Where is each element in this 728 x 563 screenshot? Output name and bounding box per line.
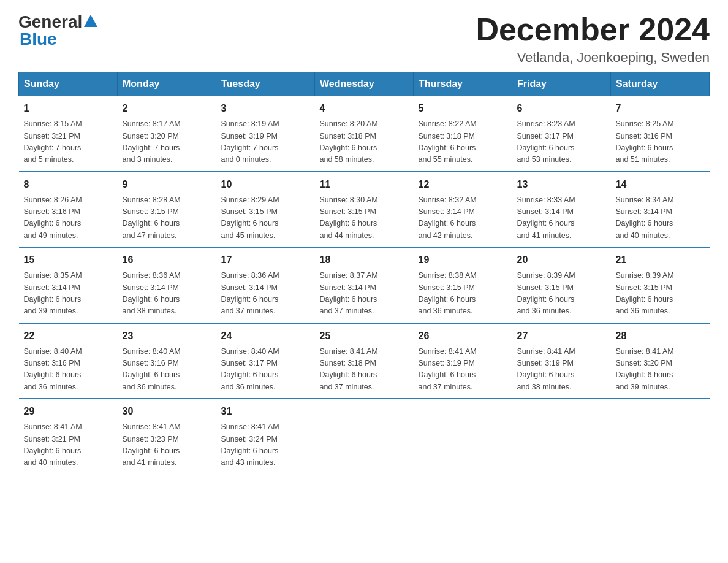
calendar-week-row: 8Sunrise: 8:26 AMSunset: 3:16 PMDaylight… xyxy=(19,172,710,248)
day-info: Sunrise: 8:41 AMSunset: 3:19 PMDaylight:… xyxy=(419,346,507,394)
day-info: Sunrise: 8:20 AMSunset: 3:18 PMDaylight:… xyxy=(320,118,409,166)
day-number: 18 xyxy=(320,253,409,267)
day-number: 8 xyxy=(24,177,113,192)
day-info: Sunrise: 8:41 AMSunset: 3:20 PMDaylight:… xyxy=(616,346,705,394)
calendar-cell: 12Sunrise: 8:32 AMSunset: 3:14 PMDayligh… xyxy=(414,172,512,248)
calendar-cell: 13Sunrise: 8:33 AMSunset: 3:14 PMDayligh… xyxy=(512,172,611,248)
calendar-cell: 2Sunrise: 8:17 AMSunset: 3:20 PMDaylight… xyxy=(118,96,216,172)
calendar-cell: 18Sunrise: 8:37 AMSunset: 3:14 PMDayligh… xyxy=(315,247,414,323)
day-number: 13 xyxy=(517,177,606,192)
day-info: Sunrise: 8:39 AMSunset: 3:15 PMDaylight:… xyxy=(616,270,705,318)
day-info: Sunrise: 8:41 AMSunset: 3:23 PMDaylight:… xyxy=(123,421,211,469)
calendar-header-row: SundayMondayTuesdayWednesdayThursdayFrid… xyxy=(19,72,710,96)
day-info: Sunrise: 8:41 AMSunset: 3:19 PMDaylight:… xyxy=(517,346,606,394)
day-info: Sunrise: 8:25 AMSunset: 3:16 PMDaylight:… xyxy=(616,118,705,166)
day-number: 11 xyxy=(320,177,409,192)
day-number: 24 xyxy=(221,329,310,343)
logo-triangle-icon xyxy=(84,15,97,29)
header-saturday: Saturday xyxy=(611,72,710,96)
calendar-cell: 8Sunrise: 8:26 AMSunset: 3:16 PMDaylight… xyxy=(19,172,118,248)
calendar-cell: 16Sunrise: 8:36 AMSunset: 3:14 PMDayligh… xyxy=(118,247,216,323)
calendar-cell: 14Sunrise: 8:34 AMSunset: 3:14 PMDayligh… xyxy=(611,172,710,248)
day-info: Sunrise: 8:41 AMSunset: 3:18 PMDaylight:… xyxy=(320,346,409,394)
day-info: Sunrise: 8:35 AMSunset: 3:14 PMDaylight:… xyxy=(24,270,113,318)
day-number: 10 xyxy=(221,177,310,192)
calendar-cell: 10Sunrise: 8:29 AMSunset: 3:15 PMDayligh… xyxy=(216,172,315,248)
day-info: Sunrise: 8:32 AMSunset: 3:14 PMDaylight:… xyxy=(419,194,507,242)
day-number: 28 xyxy=(616,329,705,343)
day-info: Sunrise: 8:26 AMSunset: 3:16 PMDaylight:… xyxy=(24,194,113,242)
calendar-cell xyxy=(315,399,414,474)
day-number: 9 xyxy=(123,177,211,192)
calendar-cell: 21Sunrise: 8:39 AMSunset: 3:15 PMDayligh… xyxy=(611,247,710,323)
day-info: Sunrise: 8:40 AMSunset: 3:16 PMDaylight:… xyxy=(123,346,211,394)
calendar-cell: 3Sunrise: 8:19 AMSunset: 3:19 PMDaylight… xyxy=(216,96,315,172)
calendar-cell: 11Sunrise: 8:30 AMSunset: 3:15 PMDayligh… xyxy=(315,172,414,248)
calendar-cell: 7Sunrise: 8:25 AMSunset: 3:16 PMDaylight… xyxy=(611,96,710,172)
day-info: Sunrise: 8:36 AMSunset: 3:14 PMDaylight:… xyxy=(123,270,211,318)
calendar-week-row: 15Sunrise: 8:35 AMSunset: 3:14 PMDayligh… xyxy=(19,247,710,323)
day-info: Sunrise: 8:17 AMSunset: 3:20 PMDaylight:… xyxy=(123,118,211,166)
calendar-table: SundayMondayTuesdayWednesdayThursdayFrid… xyxy=(18,72,710,474)
header-monday: Monday xyxy=(118,72,216,96)
day-number: 4 xyxy=(320,101,409,116)
calendar-cell: 17Sunrise: 8:36 AMSunset: 3:14 PMDayligh… xyxy=(216,247,315,323)
day-number: 20 xyxy=(517,253,606,267)
svg-marker-0 xyxy=(84,15,97,27)
day-number: 19 xyxy=(419,253,507,267)
month-title: December 2024 xyxy=(476,12,710,47)
day-info: Sunrise: 8:15 AMSunset: 3:21 PMDaylight:… xyxy=(24,118,113,166)
day-number: 26 xyxy=(419,329,507,343)
location-title: Vetlanda, Joenkoeping, Sweden xyxy=(476,50,710,66)
calendar-cell: 26Sunrise: 8:41 AMSunset: 3:19 PMDayligh… xyxy=(414,323,512,399)
day-info: Sunrise: 8:30 AMSunset: 3:15 PMDaylight:… xyxy=(320,194,409,242)
header-friday: Friday xyxy=(512,72,611,96)
calendar-cell: 31Sunrise: 8:41 AMSunset: 3:24 PMDayligh… xyxy=(216,399,315,474)
day-info: Sunrise: 8:36 AMSunset: 3:14 PMDaylight:… xyxy=(221,270,310,318)
day-number: 14 xyxy=(616,177,705,192)
day-info: Sunrise: 8:40 AMSunset: 3:17 PMDaylight:… xyxy=(221,346,310,394)
day-number: 21 xyxy=(616,253,705,267)
day-number: 5 xyxy=(419,101,507,116)
calendar-cell: 5Sunrise: 8:22 AMSunset: 3:18 PMDaylight… xyxy=(414,96,512,172)
calendar-cell: 29Sunrise: 8:41 AMSunset: 3:21 PMDayligh… xyxy=(19,399,118,474)
day-number: 17 xyxy=(221,253,310,267)
calendar-cell: 25Sunrise: 8:41 AMSunset: 3:18 PMDayligh… xyxy=(315,323,414,399)
calendar-cell: 30Sunrise: 8:41 AMSunset: 3:23 PMDayligh… xyxy=(118,399,216,474)
logo: General Blue xyxy=(18,12,97,49)
calendar-cell: 20Sunrise: 8:39 AMSunset: 3:15 PMDayligh… xyxy=(512,247,611,323)
day-info: Sunrise: 8:19 AMSunset: 3:19 PMDaylight:… xyxy=(221,118,310,166)
day-number: 7 xyxy=(616,101,705,116)
header-tuesday: Tuesday xyxy=(216,72,315,96)
day-number: 30 xyxy=(123,404,211,419)
day-info: Sunrise: 8:41 AMSunset: 3:24 PMDaylight:… xyxy=(221,421,310,469)
logo-blue-text: Blue xyxy=(20,29,57,48)
header-sunday: Sunday xyxy=(19,72,118,96)
day-number: 22 xyxy=(24,329,113,343)
day-number: 27 xyxy=(517,329,606,343)
calendar-cell: 15Sunrise: 8:35 AMSunset: 3:14 PMDayligh… xyxy=(19,247,118,323)
day-number: 3 xyxy=(221,101,310,116)
calendar-cell: 4Sunrise: 8:20 AMSunset: 3:18 PMDaylight… xyxy=(315,96,414,172)
calendar-cell: 27Sunrise: 8:41 AMSunset: 3:19 PMDayligh… xyxy=(512,323,611,399)
day-number: 2 xyxy=(123,101,211,116)
calendar-week-row: 29Sunrise: 8:41 AMSunset: 3:21 PMDayligh… xyxy=(19,399,710,474)
calendar-cell: 22Sunrise: 8:40 AMSunset: 3:16 PMDayligh… xyxy=(19,323,118,399)
header-thursday: Thursday xyxy=(414,72,512,96)
day-number: 25 xyxy=(320,329,409,343)
day-number: 29 xyxy=(24,404,113,419)
calendar-cell xyxy=(512,399,611,474)
day-info: Sunrise: 8:29 AMSunset: 3:15 PMDaylight:… xyxy=(221,194,310,242)
day-info: Sunrise: 8:37 AMSunset: 3:14 PMDaylight:… xyxy=(320,270,409,318)
calendar-cell: 23Sunrise: 8:40 AMSunset: 3:16 PMDayligh… xyxy=(118,323,216,399)
day-info: Sunrise: 8:34 AMSunset: 3:14 PMDaylight:… xyxy=(616,194,705,242)
page-header: General Blue December 2024 Vetlanda, Joe… xyxy=(18,12,710,66)
day-number: 31 xyxy=(221,404,310,419)
day-number: 12 xyxy=(419,177,507,192)
calendar-cell: 1Sunrise: 8:15 AMSunset: 3:21 PMDaylight… xyxy=(19,96,118,172)
title-block: December 2024 Vetlanda, Joenkoeping, Swe… xyxy=(476,12,710,66)
day-info: Sunrise: 8:33 AMSunset: 3:14 PMDaylight:… xyxy=(517,194,606,242)
day-number: 16 xyxy=(123,253,211,267)
calendar-week-row: 22Sunrise: 8:40 AMSunset: 3:16 PMDayligh… xyxy=(19,323,710,399)
calendar-cell: 6Sunrise: 8:23 AMSunset: 3:17 PMDaylight… xyxy=(512,96,611,172)
